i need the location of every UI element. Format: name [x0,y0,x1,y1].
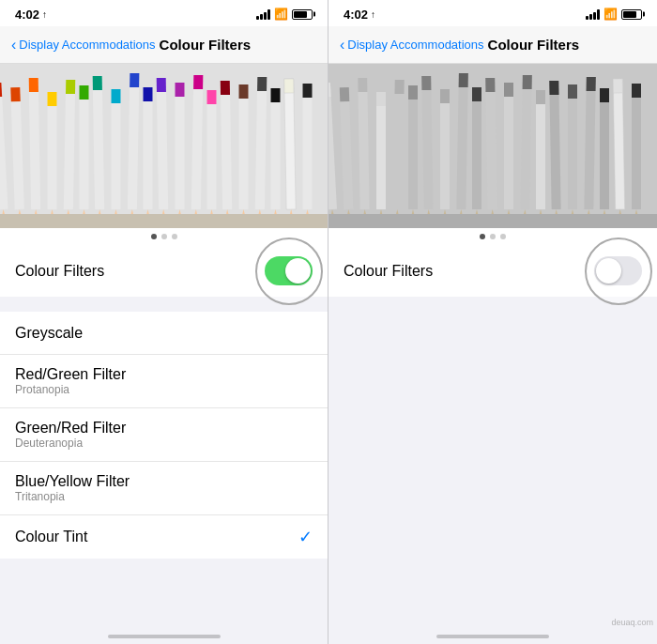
colour-filters-section-left: Colour Filters [0,245,328,297]
back-button-right[interactable]: ‹ Display Accommodations [340,37,484,54]
svg-rect-10 [48,92,57,209]
svg-rect-123 [328,214,657,228]
svg-rect-78 [408,85,418,209]
svg-rect-8 [29,78,38,92]
svg-rect-26 [130,73,139,87]
filter-greyscale[interactable]: Greyscale [0,312,328,355]
wifi-icon-left: 📶 [274,8,288,21]
nav-bar-left: ‹ Display Accommodations Colour Filters [0,26,328,64]
svg-rect-40 [207,90,217,209]
svg-rect-70 [358,78,367,92]
status-icons-right: 📶 [586,8,642,21]
battery-icon-right [621,9,642,20]
svg-rect-103 [536,90,545,104]
svg-rect-46 [239,84,249,209]
dot-1-right [480,234,485,239]
dot-3-right [500,234,506,239]
separator-left [0,297,328,304]
svg-rect-102 [536,90,545,209]
dot-3-left [172,234,177,239]
right-phone-panel: 4:02 ↑ 📶 ‹ Display Accommodations Colour… [328,0,657,644]
svg-rect-55 [284,79,296,209]
svg-rect-96 [504,83,513,209]
toggle-wrapper-right [594,256,642,285]
home-indicator-right [436,635,549,638]
filter-green-red[interactable]: Green/Red Filter Deuteranopia [0,408,328,462]
checkmark-icon: ✓ [298,527,313,547]
watermark: deuaq.com [611,618,653,627]
page-title-right: Colour Filters [488,37,580,53]
filter-blue-yellow-label: Blue/Yellow Filter [15,473,130,490]
svg-rect-90 [472,87,481,209]
svg-rect-73 [376,92,386,106]
page-title-left: Colour Filters [160,37,252,53]
back-button-left[interactable]: ‹ Display Accommodations [11,37,156,54]
svg-rect-79 [408,85,418,100]
dot-2-right [490,234,496,239]
svg-rect-44 [221,81,230,95]
svg-rect-108 [568,84,577,209]
svg-rect-76 [394,80,404,94]
toggle-switch-left[interactable] [265,256,313,285]
svg-rect-38 [193,75,203,89]
svg-rect-22 [112,89,121,209]
empty-area-right [328,297,657,644]
svg-rect-14 [66,80,75,94]
filter-colour-tint[interactable]: Colour Tint ✓ [0,515,328,559]
home-indicator-left [108,635,221,638]
svg-rect-109 [568,84,577,99]
status-icons-left: 📶 [256,8,313,21]
filter-green-red-label: Green/Red Filter [15,420,126,437]
filter-red-green[interactable]: Red/Green Filter Protanopia [0,355,328,408]
colour-filters-label-left: Colour Filters [15,263,104,280]
left-phone-panel: 4:02 ↑ 📶 ‹ Display Accommodations Colour… [0,0,328,644]
toggle-knob-right [596,258,621,284]
status-arrow-right: ↑ [371,9,375,20]
toggle-wrapper-left [265,256,313,285]
nav-bar-right: ‹ Display Accommodations Colour Filters [328,26,657,64]
svg-rect-17 [80,85,89,100]
back-label-right: Display Accommodations [347,38,483,52]
battery-icon-left [292,9,313,20]
svg-rect-61 [0,214,328,228]
signal-icon-right [586,8,600,20]
svg-rect-117 [613,79,624,209]
svg-rect-16 [80,85,89,209]
filter-list-left: Greyscale Red/Green Filter Protanopia Gr… [0,312,328,559]
svg-rect-53 [271,88,281,102]
signal-icon-left [256,8,270,20]
svg-rect-114 [600,88,609,209]
svg-rect-28 [144,87,153,209]
status-arrow-left: ↑ [42,9,47,20]
svg-rect-58 [303,84,313,209]
svg-rect-34 [176,83,185,209]
svg-rect-52 [271,88,281,209]
svg-rect-67 [340,87,350,101]
page-dots-left [0,228,328,245]
svg-rect-84 [440,89,450,209]
svg-rect-47 [239,84,249,99]
svg-rect-94 [485,78,495,92]
dot-2-left [161,234,167,239]
svg-rect-115 [600,88,609,102]
chevron-left-icon-right: ‹ [340,37,344,54]
colour-filters-row-left: Colour Filters [0,245,328,297]
svg-rect-32 [157,78,166,92]
svg-rect-100 [523,75,532,89]
status-bar-right: 4:02 ↑ 📶 [328,0,657,26]
pencil-image-left [0,64,328,228]
colour-filters-row-right: Colour Filters [328,245,657,297]
toggle-switch-right[interactable] [594,256,642,285]
svg-rect-97 [504,83,513,97]
status-time-left: 4:02 [15,8,39,22]
page-dots-right [328,228,657,245]
filter-blue-yellow-sub: Tritanopia [15,490,130,503]
chevron-left-icon: ‹ [11,37,16,54]
svg-rect-29 [144,87,153,101]
status-bar-left: 4:02 ↑ 📶 [0,0,328,26]
filter-blue-yellow[interactable]: Blue/Yellow Filter Tritanopia [0,462,328,515]
svg-rect-5 [10,87,21,101]
colour-filters-section-right: Colour Filters [328,245,657,297]
filter-greyscale-label: Greyscale [15,325,83,342]
svg-rect-112 [587,77,596,91]
